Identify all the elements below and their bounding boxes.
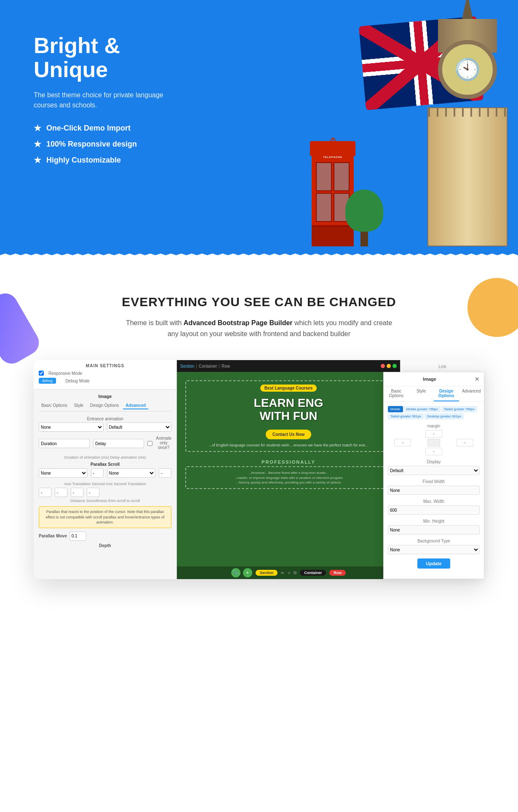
tab-style[interactable]: Style <box>72 402 86 409</box>
entrance-animation-select[interactable]: None <box>39 422 104 432</box>
modal-design-options: Image ✕ Basic Options Style Design Optio… <box>383 372 484 579</box>
fixed-width-group: Fixed Width <box>388 479 480 495</box>
device-tablet-768[interactable]: Tablet greater 768px <box>441 406 477 412</box>
modal-tab-design[interactable]: Design Options <box>434 386 459 401</box>
animate-once-checkbox[interactable] <box>147 441 152 446</box>
delay-input[interactable] <box>93 439 144 448</box>
bottom-add-icon[interactable]: + <box>288 571 290 575</box>
add-icon[interactable]: + <box>243 568 252 577</box>
modal-tab-advanced[interactable]: Advanced <box>459 386 484 401</box>
modal-close-button[interactable]: ✕ <box>475 376 480 382</box>
canvas-bottom-bar: 📎 + Section ✏ + ⧉ Container Row <box>177 566 400 579</box>
parallax-move-label: Parallax Move <box>39 534 67 538</box>
distance-labels: Distance Smoothness from scroll to scrol… <box>39 499 171 503</box>
margin-left-input[interactable] <box>394 439 411 446</box>
max-width-input[interactable] <box>388 505 480 515</box>
parallax-move-input[interactable] <box>69 532 86 541</box>
margin-group: margin <box>388 424 480 455</box>
big-ben-tower: 🕙 <box>425 19 510 246</box>
tab-basic-options[interactable]: Basic Options <box>39 402 70 409</box>
max-width-group: Max. Width <box>388 499 480 515</box>
min-height-input[interactable] <box>388 525 480 534</box>
smoothness-input[interactable] <box>55 488 67 497</box>
section-heading: EVERYTHING YOU SEE CAN BE CHANGED <box>17 295 501 309</box>
parallax-translation-input[interactable] <box>91 468 104 478</box>
margin-right-input[interactable] <box>457 439 473 446</box>
fixed-width-label: Fixed Width <box>388 479 480 484</box>
device-mobile[interactable]: Mobile <box>388 406 403 412</box>
tree <box>345 190 383 246</box>
canvas-content: Best Language Courses LEARN ENG WITH FUN… <box>177 372 400 579</box>
section-subtext: Theme is built with Advanced Bootstrap P… <box>124 318 394 339</box>
bottom-edit-icon[interactable]: ✏ <box>281 571 284 575</box>
margin-bottom-input[interactable] <box>425 448 442 455</box>
minimize-dot[interactable] <box>387 364 391 368</box>
parallax-axis-select[interactable]: None <box>39 468 88 478</box>
modal-tab-basic[interactable]: Basic Options <box>384 386 409 401</box>
modal-tabs: Basic Options Style Design Options Advan… <box>384 386 484 402</box>
bottom-container-label[interactable]: Container <box>300 570 326 576</box>
hero-features: ★ One-Click Demo Import ★ 100% Responsiv… <box>34 123 177 165</box>
margin-grid <box>388 430 480 455</box>
bottom-dup-icon[interactable]: ⧉ <box>294 570 296 575</box>
hero-content: Bright & Unique The best theme choice fo… <box>0 0 211 213</box>
duration-input[interactable] <box>39 439 90 448</box>
canvas-pro-text-1: ...fessional... Become fluent after a lo… <box>190 470 387 475</box>
tab-advanced[interactable]: Advanced <box>123 402 148 409</box>
min-height-label: Min. Height <box>388 519 480 524</box>
display-options: Default <box>388 466 480 475</box>
tower-clock: 🕙 <box>438 40 497 99</box>
tab-design-options[interactable]: Design Options <box>88 402 121 409</box>
display-group: Display Default <box>388 459 480 475</box>
device-tablet-991[interactable]: Tablet greater 991px <box>388 413 424 419</box>
modal-body: Mobile Mobile greater 768px Tablet great… <box>384 402 484 573</box>
canvas-body-text: ...of English-language courses for stude… <box>190 443 387 448</box>
max-width-label: Max. Width <box>388 499 480 504</box>
canvas-toolbar: Section | Container | Row <box>177 360 400 372</box>
timing-function-select[interactable]: Default <box>107 422 172 432</box>
animate-once-label: Animate only once? <box>156 436 171 450</box>
distance-input[interactable] <box>39 488 51 497</box>
maximize-dot[interactable] <box>393 364 397 368</box>
builder-layout: MAIN SETTINGS Responsive Mode debug Debu… <box>34 360 484 579</box>
distance-smoothness-row <box>39 488 171 497</box>
bottom-section-label[interactable]: Section <box>256 570 278 576</box>
hero-feature-3: ★ Highly Customizable <box>34 155 177 165</box>
display-label: Display <box>388 459 480 464</box>
breadcrumb-section: Section <box>180 364 194 369</box>
to-scroll-input[interactable] <box>87 488 99 497</box>
close-dot[interactable] <box>381 364 385 368</box>
builder-left-panel: MAIN SETTINGS Responsive Mode debug Debu… <box>34 360 177 579</box>
bg-type-label: Background Type <box>388 539 480 543</box>
canvas-hero-box: Best Language Courses LEARN ENG WITH FUN… <box>185 380 392 452</box>
margin-label: margin <box>388 424 480 428</box>
duration-hint: Duration of animation (ms) Delay animati… <box>39 455 171 459</box>
margin-top-input[interactable] <box>425 430 442 438</box>
canvas-pro-text-3: ...fluency quickly and effectively, prov… <box>190 480 387 485</box>
responsive-mode-checkbox[interactable] <box>39 371 44 376</box>
attach-icon[interactable]: 📎 <box>231 568 240 577</box>
parallax-second-translation-input[interactable] <box>159 468 171 478</box>
canvas-contact-btn[interactable]: Contact Us Now <box>266 430 312 439</box>
debug-mode-row: debug Debug Mode <box>39 378 171 384</box>
debug-button[interactable]: debug <box>39 378 56 384</box>
bg-type-select[interactable]: None <box>388 545 480 554</box>
entrance-animation-label: Entrance animation <box>39 417 171 421</box>
modal-header: Image ✕ <box>384 372 484 386</box>
display-select[interactable]: Default <box>388 466 480 475</box>
panel-tabs-row: Basic Options Style Design Options Advan… <box>39 402 171 411</box>
link-label: Link <box>405 364 480 369</box>
from-scroll-input[interactable] <box>71 488 83 497</box>
fixed-width-input[interactable] <box>388 486 480 495</box>
responsive-mode-label: Responsive Mode <box>46 371 84 376</box>
hero-section: Bright & Unique The best theme choice fo… <box>0 0 518 261</box>
subtext-bold: Advanced Bootstrap Page Builder <box>184 319 293 326</box>
update-button[interactable]: Update <box>417 558 450 569</box>
bottom-row-label[interactable]: Row <box>329 570 346 576</box>
device-mobile-768[interactable]: Mobile greater 768px <box>404 406 441 412</box>
parallax-second-axis-select[interactable]: None <box>107 468 156 478</box>
modal-tab-style[interactable]: Style <box>409 386 434 401</box>
device-desktop[interactable]: Desktop greater 991px <box>425 413 464 419</box>
hero-feature-2: ★ 100% Responsive design <box>34 139 177 149</box>
settings-label: MAIN SETTINGS <box>39 363 171 368</box>
